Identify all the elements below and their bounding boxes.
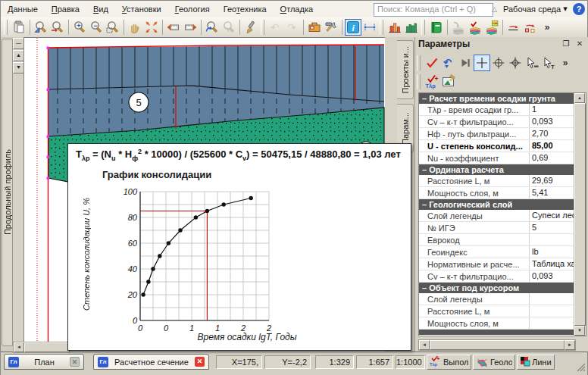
menu-данные[interactable]: Данные (1, 2, 45, 16)
close-icon[interactable]: ✕ (70, 357, 80, 367)
apply-check-icon[interactable] (424, 55, 440, 71)
line-nodes-icon[interactable] (522, 19, 539, 36)
scroll-up-button[interactable]: ▲ (13, 50, 24, 61)
scroll-right-icon[interactable]: ► (565, 340, 575, 350)
measure-icon[interactable] (361, 19, 378, 36)
geo-stack-icon[interactable]: + (483, 19, 500, 36)
menu-правка[interactable]: Правка (45, 2, 86, 16)
zoom-undo-icon[interactable] (204, 19, 220, 36)
property-value[interactable]: lb (529, 246, 574, 258)
property-value[interactable]: 0,093 (529, 116, 574, 127)
property-row[interactable]: Расстояние L, м (419, 305, 574, 317)
scroll-down-button[interactable]: ▼ (13, 62, 24, 73)
property-value[interactable] (529, 293, 574, 305)
book-icon[interactable] (428, 19, 445, 36)
grid-hscrollbar[interactable]: ◄ ► (418, 339, 576, 351)
close-icon[interactable]: ✕ (195, 357, 205, 367)
property-row[interactable]: Слой легенды (419, 293, 574, 305)
zoom-out-icon[interactable]: − (88, 19, 105, 36)
zoom-previous-icon[interactable] (49, 19, 66, 36)
property-value[interactable] (529, 317, 574, 329)
property-row[interactable]: Мощность слоя, м (419, 317, 574, 330)
tab-longitudinal-profile[interactable]: Продольный профиль (2, 39, 13, 346)
scroll-down-icon[interactable]: ▼ (574, 326, 585, 336)
search-input[interactable]: Поиск: Команда (Ctrl + Q) (374, 3, 493, 17)
paste-icon[interactable] (11, 19, 27, 36)
close-panel-icon[interactable]: ✕ (574, 39, 586, 49)
property-row[interactable]: Расстояние L, м29,69 (419, 175, 574, 187)
panel-grip[interactable] (417, 74, 421, 89)
property-row[interactable]: Cv – к-т фильтрацио...0,093 (419, 116, 574, 128)
property-value[interactable]: Супеси лес (529, 210, 574, 221)
view-next-icon[interactable] (182, 19, 199, 36)
pan-icon[interactable] (127, 19, 143, 36)
menu-отладка[interactable]: Отладка (274, 2, 321, 16)
help-icon[interactable]: ? (573, 3, 585, 15)
property-row[interactable]: Cv – к-т фильтрацио...0,093 (419, 270, 574, 283)
sheet-tab-inactive[interactable]: ГлПлан✕ (4, 354, 84, 370)
float-panel-icon[interactable]: ❐ (560, 39, 572, 49)
preview-chart-icon[interactable] (440, 73, 457, 90)
zoom-area-icon[interactable] (33, 19, 49, 36)
grid-section-header[interactable]: – Геологический слой (419, 199, 574, 210)
snap-node-icon[interactable] (507, 55, 524, 71)
scroll-left-icon[interactable]: ◄ (14, 342, 24, 352)
property-row[interactable]: Нормативные и расче...Таблица ха (419, 258, 574, 270)
status-button-выполн[interactable]: Tλp+Выполн (427, 355, 471, 370)
line-arrow-icon[interactable] (505, 19, 522, 36)
property-row[interactable]: Нф - путь фильтраци...2,70 (419, 128, 574, 140)
notification-icon[interactable]: △ (492, 5, 499, 13)
menu-установки[interactable]: Установки (115, 2, 168, 16)
snap-point-icon[interactable] (490, 55, 507, 71)
toolbar-grip[interactable] (4, 20, 8, 35)
scroll-left-icon[interactable]: ◄ (419, 340, 430, 350)
calc-time-icon[interactable]: Tλp+ (424, 73, 440, 90)
brush-icon[interactable] (242, 19, 259, 36)
grid-section-header[interactable]: – Объект под курсором (419, 283, 574, 293)
menu-геология[interactable]: Геология (168, 2, 217, 16)
capture-crosshair-icon[interactable] (474, 55, 490, 71)
canvas-hscrollbar[interactable]: ◄ (13, 342, 70, 353)
property-row[interactable]: Геоиндексlb (419, 246, 574, 258)
toolbar-grip[interactable] (380, 20, 383, 35)
property-row[interactable]: Мощность слоя, м5,41 (419, 187, 574, 199)
property-row[interactable]: Еврокод (419, 234, 574, 246)
chart-green-icon[interactable] (403, 19, 420, 36)
workspace-menu[interactable]: Рабочая среда ▾ (503, 4, 568, 14)
zoom-extents-icon[interactable] (143, 19, 160, 36)
scroll-thumb[interactable] (24, 342, 70, 352)
chart-red-icon[interactable] (386, 19, 403, 36)
property-value[interactable]: Таблица ха (529, 258, 574, 270)
step-forward-icon[interactable] (457, 55, 474, 71)
info-icon[interactable]: i (345, 19, 361, 36)
overflow-icon[interactable]: » (539, 19, 555, 36)
property-value[interactable]: 29,69 (529, 175, 574, 186)
cursor-minus-icon[interactable] (524, 55, 540, 71)
property-value[interactable]: 0,093 (529, 270, 574, 282)
property-row[interactable]: № ИГЭ5 (419, 222, 574, 234)
grid-section-header[interactable]: – Расчет времени осадки грунта (419, 93, 574, 104)
collapse-button[interactable]: — (13, 38, 24, 49)
tab-projects[interactable]: Проекты и... (397, 40, 414, 99)
cursor-t-icon[interactable]: T (540, 55, 557, 71)
property-value[interactable]: 1 (529, 104, 574, 115)
grid-section-header[interactable] (419, 330, 574, 335)
menu-геотехника[interactable]: Геотехника (217, 2, 274, 16)
scroll-thumb[interactable] (430, 340, 565, 350)
grid-section-header[interactable]: – Ордината расчета (419, 164, 574, 175)
zoom-in-icon[interactable]: + (71, 19, 88, 36)
grid-vscrollbar[interactable]: ▲ ▼ (574, 93, 586, 336)
menu-вид[interactable]: Вид (86, 2, 115, 16)
property-row[interactable]: Тλр - время осадки гр...1 (419, 104, 574, 116)
toolbar-grip[interactable] (261, 20, 264, 35)
property-value[interactable] (529, 234, 574, 245)
property-row[interactable]: Nu - коэффициент0,69 (419, 152, 574, 164)
overflow-icon[interactable]: » (557, 55, 574, 71)
property-row[interactable]: Слой легендыСупеси лес (419, 210, 574, 222)
sheet-tab-active[interactable]: ГлРасчетное сечение✕ (93, 354, 209, 370)
zoom-window-icon[interactable] (105, 19, 121, 36)
geo-check-icon[interactable] (467, 19, 483, 36)
toolbox-icon[interactable] (306, 19, 323, 36)
scroll-thumb[interactable] (574, 103, 586, 326)
property-value[interactable]: 5 (529, 222, 574, 233)
